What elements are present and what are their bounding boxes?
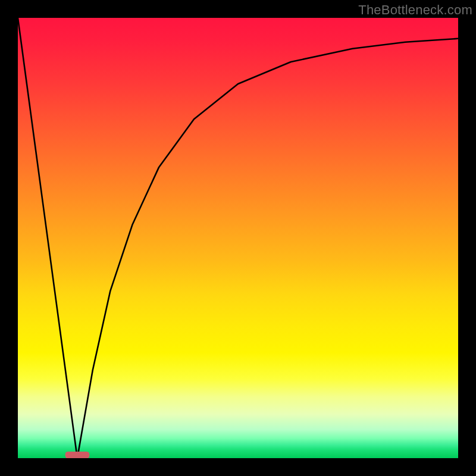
curve-path xyxy=(18,18,458,458)
curve-group xyxy=(18,18,458,458)
baseline-marker xyxy=(65,452,90,458)
chart-frame: TheBottleneck.com xyxy=(0,0,476,476)
curve-layer xyxy=(18,18,458,458)
plot-area xyxy=(18,18,458,458)
watermark-text: TheBottleneck.com xyxy=(358,2,472,18)
